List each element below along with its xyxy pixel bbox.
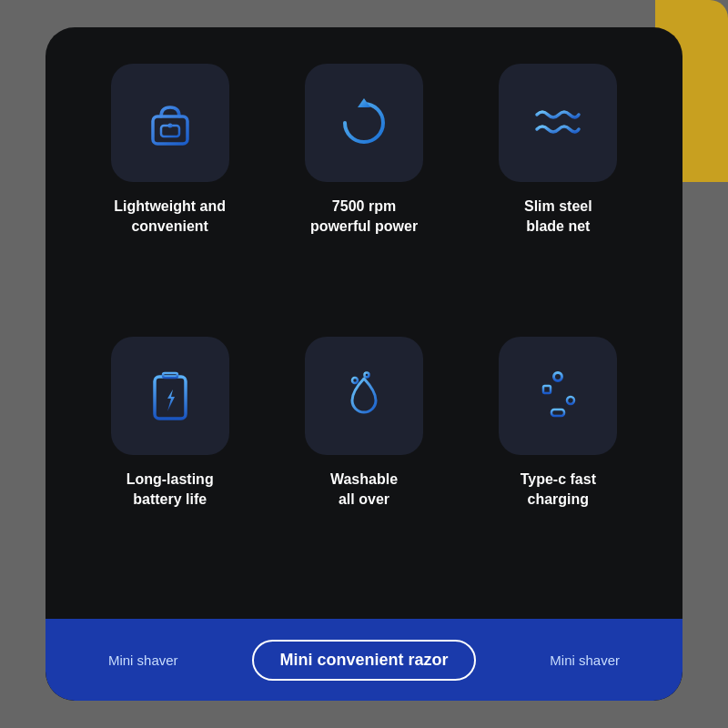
svg-rect-0: [153, 116, 187, 144]
wave-icon: [526, 91, 590, 155]
svg-point-7: [364, 373, 369, 378]
feature-label-charging: Type-c fastcharging: [521, 470, 596, 511]
feature-rpm: 7500 rpmpowerful power: [276, 64, 451, 318]
tab-mini-shaver-1[interactable]: Mini shaver: [94, 645, 193, 675]
feature-lightweight: Lightweight and convenient: [82, 64, 258, 318]
feature-label-lightweight: Lightweight and convenient: [82, 197, 258, 238]
product-card: Lightweight and convenient: [46, 27, 682, 701]
outer-wrapper: Lightweight and convenient: [0, 0, 728, 728]
usb-icon: [526, 364, 590, 428]
tab-bar: Mini shaver Mini convenient razor Mini s…: [46, 619, 682, 701]
feature-charging: Type-c fastcharging: [470, 337, 646, 592]
icon-box-usb: [499, 337, 617, 455]
feature-label-rpm: 7500 rpmpowerful power: [310, 197, 418, 238]
feature-washable: Washableall over: [276, 337, 451, 592]
feature-label-battery: Long-lastingbattery life: [126, 470, 214, 511]
icon-box-battery: [111, 337, 229, 455]
feature-label-washable: Washableall over: [330, 470, 398, 511]
svg-point-2: [167, 124, 172, 128]
tab-mini-convenient-razor[interactable]: Mini convenient razor: [252, 640, 475, 681]
feature-label-blade: Slim steelblade net: [524, 197, 592, 238]
tab-mini-shaver-2[interactable]: Mini shaver: [535, 645, 634, 675]
water-icon: [332, 364, 396, 428]
svg-point-6: [352, 378, 358, 383]
icon-box-water: [305, 337, 423, 455]
features-grid: Lightweight and convenient: [46, 27, 682, 619]
refresh-icon: [332, 91, 396, 155]
battery-icon: [138, 364, 202, 428]
feature-battery: Long-lastingbattery life: [82, 337, 258, 592]
svg-point-13: [567, 397, 574, 404]
feature-blade: Slim steelblade net: [470, 64, 646, 318]
bag-icon: [138, 91, 202, 155]
icon-box-bag: [111, 64, 229, 182]
icon-box-wave: [499, 64, 617, 182]
icon-box-refresh: [305, 64, 423, 182]
